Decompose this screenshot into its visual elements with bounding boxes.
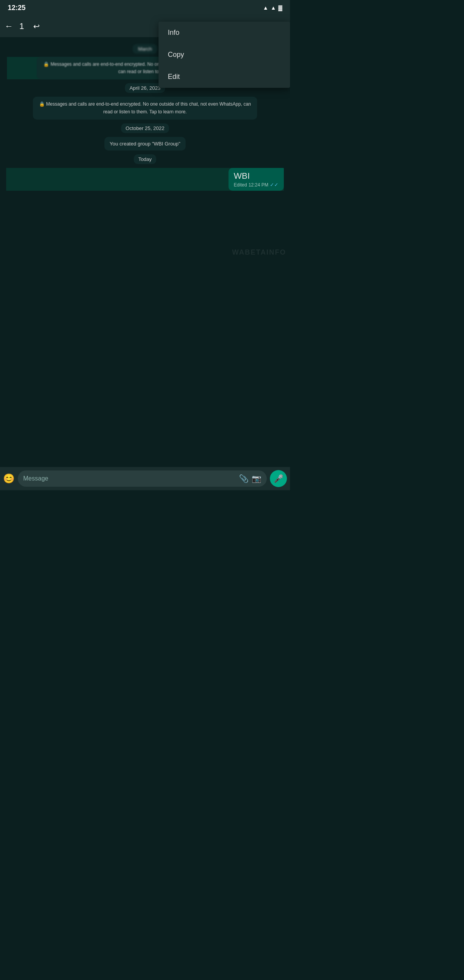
context-menu-copy[interactable]: Copy bbox=[159, 44, 290, 66]
context-menu: Info Copy Edit bbox=[159, 22, 290, 88]
message-meta-wbi: Edited 12:24 PM ✓✓ bbox=[234, 182, 278, 188]
status-time: 12:25 bbox=[8, 4, 26, 12]
selected-count: 1 bbox=[19, 21, 24, 31]
context-menu-edit[interactable]: Edit bbox=[159, 66, 290, 88]
watermark: WABETAINFO bbox=[232, 248, 286, 256]
context-menu-info[interactable]: Info bbox=[159, 22, 290, 44]
message-edited-label: Edited bbox=[234, 182, 247, 188]
battery-icon: ▓ bbox=[278, 5, 282, 11]
camera-button[interactable]: 📷 bbox=[252, 474, 261, 483]
emoji-button[interactable]: 😊 bbox=[3, 473, 15, 484]
reply-button[interactable]: ↩ bbox=[33, 22, 40, 31]
back-button[interactable]: ← bbox=[5, 21, 13, 31]
date-today: Today bbox=[3, 154, 287, 164]
mic-icon: 🎤 bbox=[274, 474, 283, 483]
wifi-icon: ▲ bbox=[263, 5, 268, 11]
message-time: 12:24 PM bbox=[249, 182, 268, 188]
outgoing-message-wbi: WBI Edited 12:24 PM ✓✓ bbox=[6, 168, 284, 191]
status-icons: ▲ ▲ ▓ bbox=[263, 5, 282, 11]
message-read-icon: ✓✓ bbox=[270, 182, 278, 188]
mic-button[interactable]: 🎤 bbox=[270, 470, 287, 487]
input-bar: 😊 Message 📎 📷 🎤 bbox=[0, 467, 290, 490]
system-message-group-created: You created group "WBI Group" bbox=[11, 137, 279, 151]
signal-icon: ▲ bbox=[271, 5, 276, 11]
message-placeholder: Message bbox=[23, 475, 236, 482]
message-text-wbi: WBI bbox=[234, 171, 278, 181]
chat-area: March 🔒 Messages and calls are end-to-en… bbox=[0, 37, 290, 467]
attach-button[interactable]: 📎 bbox=[239, 474, 249, 483]
message-input-field[interactable]: Message 📎 📷 bbox=[18, 470, 267, 487]
status-bar: 12:25 ▲ ▲ ▓ bbox=[0, 0, 290, 15]
encryption-notice-2: 🔒 Messages and calls are end-to-end encr… bbox=[7, 97, 283, 119]
date-oct25: October 25, 2022 bbox=[3, 123, 287, 133]
